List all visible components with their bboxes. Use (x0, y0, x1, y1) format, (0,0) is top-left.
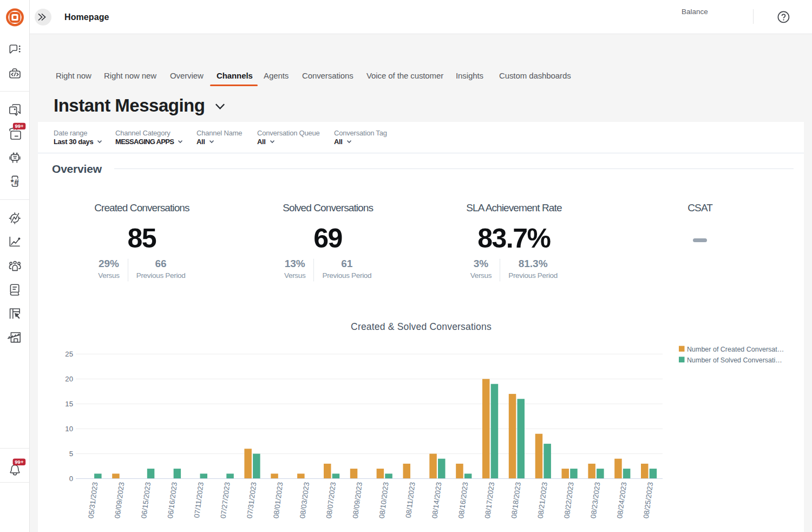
svg-text:08/17/2023: 08/17/2023 (483, 482, 496, 519)
svg-text:08/16/2023: 08/16/2023 (457, 482, 469, 519)
svg-text:*#: *# (10, 177, 19, 186)
svg-text:99+: 99+ (15, 123, 24, 129)
svg-text:08/09/2023: 08/09/2023 (351, 482, 364, 519)
svg-text:08/10/2023: 08/10/2023 (378, 482, 390, 519)
svg-text:Created & Solved Conversations: Created & Solved Conversations (351, 321, 492, 332)
svg-text:15: 15 (65, 400, 73, 408)
svg-text:08/11/2023: 08/11/2023 (404, 482, 417, 518)
svg-text:10: 10 (65, 425, 73, 433)
svg-text:06/16/2023: 06/16/2023 (166, 482, 179, 519)
svg-text:08/18/2023: 08/18/2023 (510, 482, 522, 519)
svg-text:0: 0 (69, 475, 73, 483)
svg-text:99+: 99+ (15, 459, 24, 465)
svg-text:08/21/2023: 08/21/2023 (536, 482, 549, 519)
svg-text:08/22/2023: 08/22/2023 (562, 482, 575, 519)
svg-text:08/01/2023: 08/01/2023 (272, 482, 284, 519)
svg-text:08/14/2023: 08/14/2023 (430, 482, 443, 519)
svg-text:Number of Solved Conversati…: Number of Solved Conversati… (687, 356, 782, 364)
svg-text:Number of Created Conversat…: Number of Created Conversat… (687, 346, 784, 353)
svg-text:08/23/2023: 08/23/2023 (589, 482, 601, 519)
svg-text:07/31/2023: 07/31/2023 (245, 482, 258, 519)
svg-text:5: 5 (69, 450, 73, 458)
svg-text:08/07/2023: 08/07/2023 (325, 482, 337, 519)
svg-text:06/09/2023: 06/09/2023 (113, 482, 126, 519)
svg-text:05/31/2023: 05/31/2023 (87, 482, 99, 519)
svg-text:08/25/2023: 08/25/2023 (642, 482, 654, 519)
svg-text:06/15/2023: 06/15/2023 (140, 482, 152, 519)
svg-text:07/11/2023: 07/11/2023 (193, 482, 205, 518)
svg-text:08/24/2023: 08/24/2023 (615, 482, 628, 519)
svg-text:08/03/2023: 08/03/2023 (298, 482, 311, 519)
svg-text:25: 25 (65, 350, 73, 358)
svg-text:20: 20 (65, 375, 73, 383)
svg-text:07/27/2023: 07/27/2023 (219, 482, 232, 519)
